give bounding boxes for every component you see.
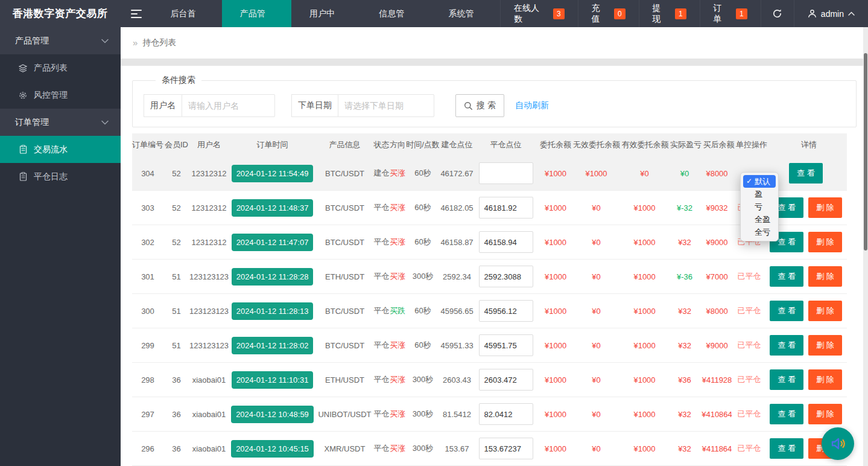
- nav-item-dashboard[interactable]: 后台首页: [152, 0, 221, 27]
- open-price: 153.67: [440, 444, 474, 453]
- sidebar-item-trade-flow[interactable]: 交易流水: [0, 136, 121, 163]
- search-icon: [464, 101, 473, 110]
- dropdown-option[interactable]: 盈: [743, 188, 776, 200]
- actual-profit: ¥32: [670, 238, 700, 247]
- close-price-input[interactable]: [479, 300, 533, 322]
- duration: 60秒: [405, 340, 440, 351]
- close-price-input[interactable]: [479, 403, 533, 425]
- entrust-balance: ¥1000: [538, 341, 573, 350]
- open-price: 45951.33: [440, 341, 474, 350]
- nav-item-user-center[interactable]: 用户中心: [291, 0, 361, 27]
- column-header: 买后余额: [702, 139, 736, 150]
- column-header: 单控操作: [736, 139, 767, 150]
- user-menu[interactable]: admin: [794, 0, 868, 27]
- sidebar-group-product-mgmt[interactable]: 产品管理: [0, 27, 121, 54]
- delete-button[interactable]: 删 除: [808, 404, 842, 424]
- refresh-button[interactable]: [761, 0, 794, 27]
- view-button[interactable]: 查 看: [789, 163, 823, 184]
- clipboard-icon: [18, 172, 28, 182]
- delete-button[interactable]: 删 除: [808, 301, 842, 321]
- table-row: 300 51 123123123 2024-01-12 11:28:13 BTC…: [132, 294, 847, 328]
- close-price-input[interactable]: [479, 369, 533, 391]
- invalid-entrust-balance: ¥0: [573, 410, 619, 419]
- column-header: 委托余额: [538, 139, 573, 150]
- nav-item-info-mgmt[interactable]: 信息管理: [361, 0, 430, 27]
- orders-label: 订单: [714, 3, 730, 25]
- close-price-input[interactable]: [479, 231, 533, 253]
- view-button[interactable]: 查 看: [770, 404, 803, 424]
- valid-entrust-balance: ¥1000: [619, 272, 670, 281]
- dropdown-option[interactable]: 全亏: [743, 226, 776, 238]
- delete-button[interactable]: 删 除: [808, 369, 842, 390]
- nav-item-product-mgmt[interactable]: 产品管理: [222, 0, 291, 27]
- username-text: admin: [821, 9, 844, 19]
- entrust-balance: ¥1000: [538, 169, 573, 178]
- close-price-input[interactable]: [479, 162, 533, 184]
- sidebar-item-risk-mgmt[interactable]: 风控管理: [0, 81, 121, 109]
- sidebar-group-order-mgmt[interactable]: 订单管理: [0, 109, 121, 136]
- control-status: 已平仓: [734, 305, 764, 316]
- control-status: 已平仓: [734, 374, 764, 385]
- online-users-item[interactable]: 在线人数 3: [500, 0, 578, 27]
- member-id: 51: [163, 307, 189, 316]
- close-price-input[interactable]: [479, 266, 533, 287]
- app-logo: 香港数字资产交易所: [0, 0, 120, 27]
- after-balance: ¥8000: [700, 169, 734, 178]
- actual-profit: ¥36: [670, 375, 700, 385]
- direction: 买涨: [390, 168, 405, 179]
- view-button[interactable]: 查 看: [770, 301, 803, 321]
- column-header: 无效委托余额: [573, 139, 620, 150]
- order-time-badge: 2024-01-12 10:45:15: [231, 440, 314, 458]
- withdraw-label: 提现: [653, 3, 669, 25]
- status: 建仓: [373, 168, 390, 179]
- close-price-input[interactable]: [479, 438, 533, 459]
- username-search-input[interactable]: [182, 94, 275, 117]
- withdraw-item[interactable]: 提现 1: [639, 0, 700, 27]
- duration: 60秒: [405, 305, 440, 316]
- recharge-item[interactable]: 充值 0: [578, 0, 639, 27]
- close-price-input[interactable]: [479, 334, 533, 356]
- sidebar-item-product-list[interactable]: 产品列表: [0, 54, 121, 81]
- valid-entrust-balance: ¥1000: [619, 375, 670, 385]
- menu-toggle-button[interactable]: [120, 0, 153, 27]
- sidebar-item-close-log[interactable]: 平仓日志: [0, 163, 121, 190]
- view-button[interactable]: 查 看: [770, 438, 803, 459]
- dropdown-option[interactable]: 全盈: [743, 213, 776, 226]
- view-button[interactable]: 查 看: [770, 369, 803, 390]
- dropdown-option[interactable]: ✓默认: [743, 175, 776, 188]
- status: 平仓: [373, 443, 390, 454]
- online-users-badge: 3: [553, 8, 565, 19]
- scrollbar-thumb[interactable]: [864, 53, 867, 251]
- order-id: 299: [132, 341, 163, 350]
- page-root: 香港数字资产交易所 后台首页 产品管理 用户中心 信息管理 系统管理 在线人数 …: [0, 0, 868, 466]
- delete-button[interactable]: 删 除: [808, 232, 842, 252]
- close-price-input[interactable]: [479, 197, 533, 219]
- dropdown-option[interactable]: 亏: [743, 200, 776, 213]
- search-button[interactable]: 搜 索: [455, 94, 504, 117]
- delete-button[interactable]: 删 除: [808, 197, 842, 218]
- chevron-down-icon: [101, 120, 109, 125]
- after-balance: ¥410864: [700, 410, 734, 419]
- page-scrollbar[interactable]: [863, 27, 868, 466]
- nav-item-system-mgmt[interactable]: 系统管理: [431, 0, 500, 27]
- sound-fab-button[interactable]: [822, 427, 854, 460]
- member-id: 36: [163, 410, 189, 419]
- online-users-label: 在线人数: [514, 3, 547, 25]
- orders-item[interactable]: 订单 1: [700, 0, 761, 27]
- dropdown-option-label: 全亏: [755, 228, 770, 237]
- column-header: 实际盈亏: [670, 139, 702, 150]
- view-button[interactable]: 查 看: [770, 335, 803, 356]
- entrust-balance: ¥1000: [538, 444, 573, 453]
- delete-button[interactable]: 删 除: [808, 335, 842, 356]
- auto-refresh-link[interactable]: 自动刷新: [515, 100, 549, 111]
- order-date-input[interactable]: [338, 94, 434, 117]
- delete-button[interactable]: 删 除: [808, 266, 842, 287]
- order-id: 302: [132, 238, 163, 247]
- status: 平仓: [373, 305, 390, 316]
- entrust-balance: ¥1000: [538, 410, 573, 419]
- view-button[interactable]: 查 看: [770, 266, 803, 287]
- table-header-row: 订单编号会员ID用户名订单时间产品信息状态方向时间/点数建仓点位平仓点位委托余额…: [132, 133, 847, 156]
- order-id: 298: [132, 375, 163, 385]
- open-price: 2603.43: [440, 375, 474, 385]
- status: 平仓: [373, 271, 390, 282]
